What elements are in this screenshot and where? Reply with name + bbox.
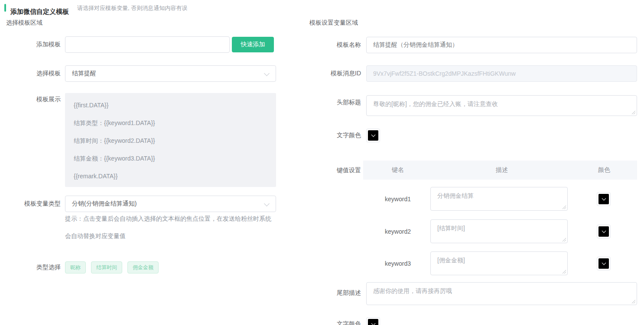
- tag-nickname[interactable]: 昵称: [65, 261, 86, 274]
- keyword2-desc-textarea[interactable]: [结算时间]: [430, 219, 568, 243]
- quick-add-button[interactable]: 快速添加: [232, 37, 274, 52]
- select-template-value: 结算提醒: [72, 70, 96, 77]
- preview-line: 结算金额：{{keyword3.DATA}}: [74, 150, 267, 167]
- key-value-label: 键值设置: [301, 167, 361, 174]
- preview-line: 结算时间：{{keyword2.DATA}}: [74, 132, 267, 150]
- preview-line: {{first.DATA}}: [74, 97, 267, 114]
- accent-bar: [4, 4, 6, 12]
- add-template-label: 添加模板: [0, 41, 61, 48]
- template-id-label: 模板消息ID: [301, 70, 361, 77]
- page-subtitle: 请选择对应模板变量, 否则消息通知内容有误: [77, 4, 187, 12]
- table-row: keyword3 [佣金金额]: [363, 251, 637, 275]
- tag-settle-time[interactable]: 结算时间: [91, 261, 122, 274]
- color-swatch: [598, 226, 609, 237]
- add-template-input[interactable]: [65, 36, 230, 53]
- column-header-key: 键名: [363, 166, 433, 174]
- template-name-label: 模板名称: [301, 41, 361, 49]
- table-row: keyword1 分销佣金结算: [363, 187, 637, 211]
- chevron-down-icon: [264, 71, 270, 76]
- column-header-desc: 描述: [433, 166, 571, 174]
- add-wechat-template-page: { "header": { "title": "添加微信自定义模板", "sub…: [0, 0, 644, 325]
- chevron-down-icon: [602, 261, 606, 265]
- text-color-bottom-picker[interactable]: [366, 317, 380, 325]
- keyword3-color-picker[interactable]: [597, 257, 611, 270]
- page-title: 添加微信自定义模板: [10, 8, 69, 16]
- text-color-label: 文字颜色: [301, 132, 361, 139]
- chevron-down-icon: [264, 201, 270, 206]
- header-title-textarea[interactable]: 尊敬的[昵称]，您的佣金已经入账，请注意查收: [366, 95, 637, 116]
- chevron-down-icon: [602, 196, 606, 201]
- chevron-down-icon: [371, 133, 375, 137]
- key-name: keyword1: [363, 187, 433, 211]
- key-value-table-header: 键名 描述 颜色: [363, 161, 637, 180]
- tag-commission-amount[interactable]: 佣金金额: [127, 261, 159, 274]
- preview-line: {{remark.DATA}}: [74, 167, 267, 185]
- template-preview-box: {{first.DATA}} 结算类型：{{keyword1.DATA}} 结算…: [65, 93, 276, 187]
- chevron-down-icon: [371, 322, 375, 325]
- keyword2-color-picker[interactable]: [597, 225, 611, 238]
- keyword1-desc-textarea[interactable]: 分销佣金结算: [430, 187, 568, 211]
- color-swatch: [368, 130, 378, 141]
- text-color-bottom-label: 文字颜色: [301, 320, 361, 325]
- select-template-dropdown[interactable]: 结算提醒: [65, 65, 276, 82]
- color-swatch: [598, 258, 609, 269]
- key-name: keyword3: [363, 251, 433, 275]
- key-name: keyword2: [363, 219, 433, 243]
- template-preview-label: 模板展示: [0, 96, 61, 103]
- left-section-title: 选择模板区域: [6, 19, 42, 27]
- chevron-down-icon: [602, 229, 606, 233]
- color-swatch: [368, 319, 378, 325]
- keyword1-color-picker[interactable]: [597, 192, 611, 206]
- template-id-input: [366, 65, 637, 82]
- type-select-label: 类型选择: [0, 264, 61, 271]
- header-title-label: 头部标题: [301, 99, 361, 106]
- right-section-title: 模板设置变量区域: [309, 19, 358, 27]
- color-swatch: [598, 194, 609, 204]
- column-header-color: 颜色: [571, 166, 637, 174]
- footer-desc-textarea[interactable]: 感谢你的使用，请再接再厉哦: [366, 282, 637, 305]
- template-name-input[interactable]: [366, 37, 637, 53]
- text-color-picker[interactable]: [366, 129, 380, 142]
- select-template-label: 选择模板: [0, 70, 61, 77]
- keyword3-desc-textarea[interactable]: [佣金金额]: [430, 251, 568, 275]
- table-row: keyword2 [结算时间]: [363, 219, 637, 243]
- variable-type-value: 分销(分销佣金结算通知): [72, 200, 137, 208]
- variable-type-label: 模板变量类型: [0, 200, 61, 208]
- footer-desc-label: 尾部描述: [301, 289, 361, 297]
- variable-hint-text: 提示：点击变量后会自动插入选择的文本框的焦点位置，在发送给粉丝时系统会自动替换对…: [65, 210, 274, 245]
- preview-line: 结算类型：{{keyword1.DATA}}: [74, 114, 267, 132]
